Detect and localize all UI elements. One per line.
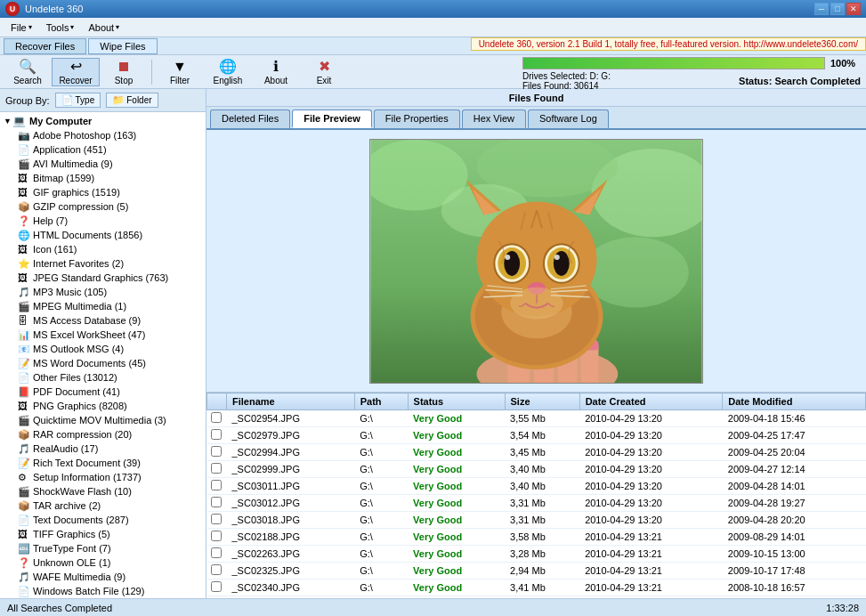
item-icon: 📄 xyxy=(18,515,31,526)
menu-tools[interactable]: Tools ▾ xyxy=(39,20,82,35)
svg-point-29 xyxy=(504,251,520,276)
menu-file[interactable]: File ▾ xyxy=(4,20,39,35)
row-checkbox[interactable] xyxy=(211,514,222,524)
tree-item[interactable]: 📝Rich Text Document (39) xyxy=(0,456,206,470)
table-row[interactable]: _SC02979.JPG G:\ Very Good 3,54 Mb 2010-… xyxy=(207,427,866,444)
tree-item[interactable]: 📄Windows Batch File (129) xyxy=(0,584,206,598)
english-button[interactable]: 🌐 English xyxy=(204,58,252,86)
tree-item[interactable]: 📦GZIP compression (5) xyxy=(0,199,206,214)
table-row[interactable]: _SC02954.JPG G:\ Very Good 3,55 Mb 2010-… xyxy=(207,410,866,427)
recover-button[interactable]: ↩ Recover xyxy=(52,58,100,86)
tree-item[interactable]: 📄Application (451) xyxy=(0,142,206,157)
tree-item[interactable]: 📷Adobe Photoshop (163) xyxy=(0,128,206,142)
tree-item[interactable]: 📧MS Outlook MSG (4) xyxy=(0,342,206,356)
tree-item[interactable]: 📦TAR archive (2) xyxy=(0,498,206,513)
col-date-created[interactable]: Date Created xyxy=(579,393,723,410)
stop-button[interactable]: ⏹ Stop xyxy=(100,58,148,86)
table-row[interactable]: _SC02325.JPG G:\ Very Good 2,94 Mb 2010-… xyxy=(207,563,866,580)
wipe-files-tab[interactable]: Wipe Files xyxy=(88,38,157,54)
tree-item[interactable]: 🎬Quicktime MOV Multimedia (3) xyxy=(0,413,206,427)
tree-item[interactable]: 🖼JPEG Standard Graphics (763) xyxy=(0,271,206,285)
minimize-button[interactable]: ─ xyxy=(814,3,829,15)
tree-item[interactable]: 🎬ShockWave Flash (10) xyxy=(0,484,206,498)
kitten-image xyxy=(369,139,703,384)
row-checkbox[interactable] xyxy=(211,564,222,575)
maximize-button[interactable]: □ xyxy=(830,3,845,15)
table-row[interactable]: _SC02999.JPG G:\ Very Good 3,40 Mb 2010-… xyxy=(207,461,866,478)
row-checkbox[interactable] xyxy=(211,581,222,592)
row-checkbox[interactable] xyxy=(211,531,222,541)
close-button[interactable]: ✕ xyxy=(846,3,861,15)
item-icon: 🎬 xyxy=(18,415,31,426)
col-date-modified[interactable]: Date Modified xyxy=(723,393,866,410)
tree-item[interactable]: 🖼Icon (161) xyxy=(0,242,206,256)
table-row[interactable]: _SC03011.JPG G:\ Very Good 3,40 Mb 2010-… xyxy=(207,478,866,495)
row-checkbox[interactable] xyxy=(211,547,222,558)
table-row[interactable]: _SC03018.JPG G:\ Very Good 3,31 Mb 2010-… xyxy=(207,512,866,529)
item-icon: 🖼 xyxy=(18,173,31,183)
tree-item[interactable]: 🖼GIF graphics (1519) xyxy=(0,185,206,199)
item-icon: 📕 xyxy=(18,386,31,398)
col-filename[interactable]: Filename xyxy=(227,393,355,410)
search-button[interactable]: 🔍 Search xyxy=(4,58,52,86)
tree-item[interactable]: 🎬MPEG Multimedia (1) xyxy=(0,299,206,313)
table-row[interactable]: _SC02188.JPG G:\ Very Good 3,58 Mb 2010-… xyxy=(207,529,866,546)
toolbar-separator xyxy=(151,60,152,85)
table-row[interactable]: _SC03012.JPG G:\ Very Good 3,31 Mb 2010-… xyxy=(207,495,866,512)
recover-files-tab[interactable]: Recover Files xyxy=(4,38,86,54)
tree-item[interactable]: ⚙Setup Information (1737) xyxy=(0,470,206,484)
row-checkbox[interactable] xyxy=(211,429,222,440)
item-label: Icon (161) xyxy=(33,244,77,255)
tree-item[interactable]: 🗄MS Access Database (9) xyxy=(0,313,206,328)
filter-button[interactable]: ▼ Filter xyxy=(156,58,204,86)
tree-item[interactable]: 🎵WAFE Multimedia (9) xyxy=(0,570,206,584)
item-label: Bitmap (1599) xyxy=(33,173,94,183)
tree-item[interactable]: ❓Help (7) xyxy=(0,214,206,228)
col-status[interactable]: Status xyxy=(408,393,505,410)
title-bar: U Undelete 360 ─ □ ✕ xyxy=(0,0,866,18)
row-checkbox[interactable] xyxy=(211,497,222,507)
tree-item[interactable]: ⭐Internet Favorites (2) xyxy=(0,256,206,271)
item-icon: 🖼 xyxy=(18,401,31,411)
tab-preview[interactable]: File Preview xyxy=(292,109,372,128)
tree-item[interactable]: 📊MS Excel WorkSheet (47) xyxy=(0,328,206,342)
tree-root[interactable]: ▼ 💻 My Computer xyxy=(0,114,206,128)
row-checkbox[interactable] xyxy=(211,446,222,457)
table-row[interactable]: _SC02994.JPG G:\ Very Good 3,45 Mb 2010-… xyxy=(207,444,866,461)
exit-button[interactable]: ✖ Exit xyxy=(300,58,348,86)
item-icon: ❓ xyxy=(18,557,31,569)
tree-item[interactable]: ❓Unknown OLE (1) xyxy=(0,555,206,570)
tree-item[interactable]: 📄Text Documents (287) xyxy=(0,513,206,527)
col-size[interactable]: Size xyxy=(505,393,579,410)
menu-about[interactable]: About ▾ xyxy=(81,20,126,35)
item-label: MPEG Multimedia (1) xyxy=(33,301,126,312)
about-button[interactable]: ℹ About xyxy=(252,58,300,86)
table-row[interactable]: _SC02263.JPG G:\ Very Good 3,28 Mb 2010-… xyxy=(207,546,866,563)
tab-deleted[interactable]: Deleted Files xyxy=(210,109,290,128)
tab-log[interactable]: Software Log xyxy=(528,109,609,128)
row-checkbox[interactable] xyxy=(211,480,222,490)
item-label: TAR archive (2) xyxy=(33,500,101,511)
type-button[interactable]: 📄 Type xyxy=(55,93,101,108)
tree-item[interactable]: 🖼PNG Graphics (8208) xyxy=(0,399,206,413)
tab-properties[interactable]: File Properties xyxy=(374,109,460,128)
tree-item[interactable]: 🖼Bitmap (1599) xyxy=(0,171,206,185)
tree-item[interactable]: 🎵RealAudio (17) xyxy=(0,442,206,456)
tree-item[interactable]: 🖼TIFF Graphics (5) xyxy=(0,527,206,541)
row-checkbox[interactable] xyxy=(211,412,222,423)
tree-item[interactable]: 🔤TrueType Font (7) xyxy=(0,541,206,555)
tree-item[interactable]: 📕PDF Document (41) xyxy=(0,385,206,399)
tree-item[interactable]: 📝MS Word Documents (45) xyxy=(0,356,206,370)
row-checkbox[interactable] xyxy=(211,463,222,474)
col-path[interactable]: Path xyxy=(354,393,408,410)
table-row[interactable]: _SC02391.JPG G:\ Very Good 3,54 Mb 2010-… xyxy=(207,596,866,599)
tree-item[interactable]: 🎬AVI Multimedia (9) xyxy=(0,157,206,171)
tree-item[interactable]: 📦RAR compression (20) xyxy=(0,427,206,442)
tree-item[interactable]: 📄Other Files (13012) xyxy=(0,370,206,385)
tree-item[interactable]: 🎵MP3 Music (105) xyxy=(0,285,206,299)
item-label: WAFE Multimedia (9) xyxy=(33,571,125,582)
folder-button[interactable]: 📁 Folder xyxy=(106,93,158,108)
tab-hex[interactable]: Hex View xyxy=(462,109,526,128)
tree-item[interactable]: 🌐HTML Documents (1856) xyxy=(0,228,206,242)
table-row[interactable]: _SC02340.JPG G:\ Very Good 3,41 Mb 2010-… xyxy=(207,580,866,596)
